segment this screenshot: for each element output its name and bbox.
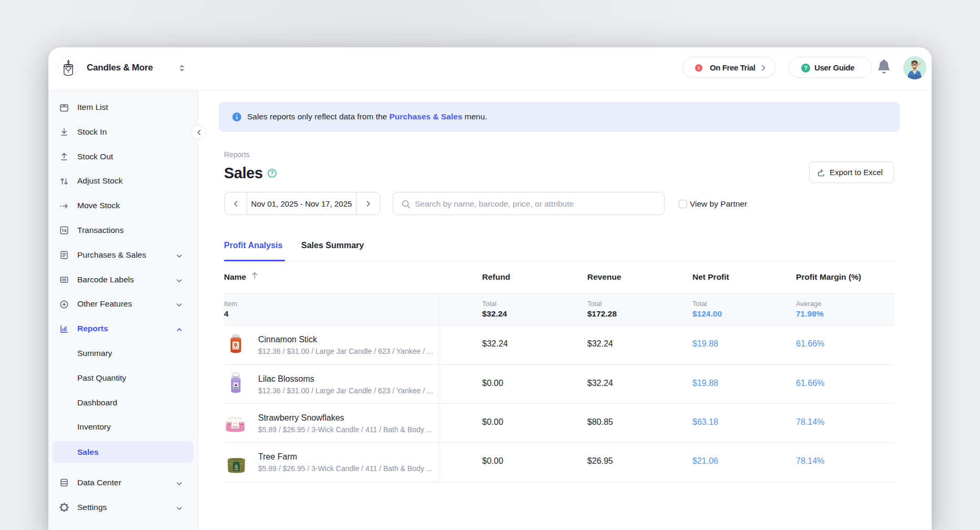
svg-text:?: ? — [804, 65, 807, 71]
svg-text:1: 1 — [698, 65, 700, 70]
svg-text:?: ? — [270, 170, 273, 176]
